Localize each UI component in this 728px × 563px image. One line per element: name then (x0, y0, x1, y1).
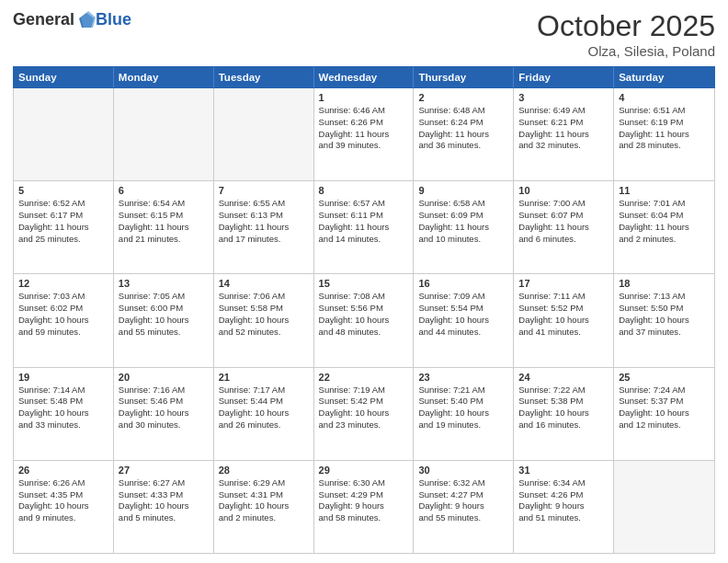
day-number: 8 (319, 185, 409, 196)
calendar-cell: 23Sunrise: 7:21 AMSunset: 5:40 PMDayligh… (414, 368, 514, 460)
day-number: 30 (418, 465, 508, 476)
cell-content: Sunrise: 7:00 AMSunset: 6:07 PMDaylight:… (518, 198, 609, 245)
calendar-cell: 29Sunrise: 6:30 AMSunset: 4:29 PMDayligh… (314, 461, 415, 553)
cell-content: Sunrise: 6:46 AMSunset: 6:26 PMDaylight:… (319, 105, 409, 152)
day-number: 4 (619, 92, 710, 103)
cell-content: Sunrise: 7:01 AMSunset: 6:04 PMDaylight:… (619, 198, 710, 245)
calendar-cell: 20Sunrise: 7:16 AMSunset: 5:46 PMDayligh… (114, 368, 214, 460)
cell-content: Sunrise: 6:48 AMSunset: 6:24 PMDaylight:… (418, 105, 508, 152)
calendar-cell (114, 88, 214, 180)
calendar-cell: 6Sunrise: 6:54 AMSunset: 6:15 PMDaylight… (114, 181, 214, 273)
day-number: 16 (418, 278, 508, 289)
day-number: 11 (619, 185, 710, 196)
day-number: 23 (418, 372, 508, 383)
calendar-cell: 11Sunrise: 7:01 AMSunset: 6:04 PMDayligh… (614, 181, 714, 273)
calendar-row-2: 12Sunrise: 7:03 AMSunset: 6:02 PMDayligh… (14, 274, 714, 367)
cell-content: Sunrise: 7:17 AMSunset: 5:44 PMDaylight:… (219, 385, 309, 431)
logo: General Blue (13, 9, 131, 29)
calendar-cell: 18Sunrise: 7:13 AMSunset: 5:50 PMDayligh… (614, 274, 714, 366)
calendar-cell (614, 461, 714, 553)
cell-content: Sunrise: 7:21 AMSunset: 5:40 PMDaylight:… (418, 385, 508, 431)
calendar-cell: 13Sunrise: 7:05 AMSunset: 6:00 PMDayligh… (114, 274, 214, 366)
svg-marker-1 (81, 11, 96, 28)
cell-content: Sunrise: 6:30 AMSunset: 4:29 PMDaylight:… (319, 477, 409, 524)
logo-general-text: General (13, 10, 74, 29)
calendar-cell (214, 88, 314, 180)
calendar-cell: 7Sunrise: 6:55 AMSunset: 6:13 PMDaylight… (214, 181, 314, 273)
calendar-cell: 1Sunrise: 6:46 AMSunset: 6:26 PMDaylight… (314, 88, 415, 180)
calendar-body: 1Sunrise: 6:46 AMSunset: 6:26 PMDaylight… (13, 88, 715, 554)
day-number: 13 (119, 278, 209, 289)
day-number: 17 (518, 278, 609, 289)
header-day-saturday: Saturday (614, 67, 714, 87)
cell-content: Sunrise: 6:52 AMSunset: 6:17 PMDaylight:… (18, 198, 108, 245)
calendar-cell: 22Sunrise: 7:19 AMSunset: 5:42 PMDayligh… (314, 368, 415, 460)
header: General Blue October 2025 Olza, Silesia,… (13, 9, 715, 59)
day-number: 3 (518, 92, 609, 103)
calendar-cell: 2Sunrise: 6:48 AMSunset: 6:24 PMDaylight… (414, 88, 514, 180)
month-title: October 2025 (537, 9, 715, 43)
calendar-cell: 25Sunrise: 7:24 AMSunset: 5:37 PMDayligh… (614, 368, 714, 460)
calendar-cell: 15Sunrise: 7:08 AMSunset: 5:56 PMDayligh… (314, 274, 415, 366)
calendar-cell: 24Sunrise: 7:22 AMSunset: 5:38 PMDayligh… (514, 368, 614, 460)
location: Olza, Silesia, Poland (537, 43, 715, 59)
logo-icon (75, 9, 96, 29)
header-day-wednesday: Wednesday (314, 67, 415, 87)
cell-content: Sunrise: 6:32 AMSunset: 4:27 PMDaylight:… (418, 477, 508, 524)
calendar-cell: 5Sunrise: 6:52 AMSunset: 6:17 PMDaylight… (14, 181, 114, 273)
calendar-row-1: 5Sunrise: 6:52 AMSunset: 6:17 PMDaylight… (14, 181, 714, 274)
day-number: 12 (18, 278, 108, 289)
header-day-monday: Monday (114, 67, 214, 87)
header-day-tuesday: Tuesday (214, 67, 314, 87)
logo-blue-text: Blue (96, 10, 131, 29)
day-number: 31 (518, 465, 609, 476)
calendar-cell: 17Sunrise: 7:11 AMSunset: 5:52 PMDayligh… (514, 274, 614, 366)
cell-content: Sunrise: 6:58 AMSunset: 6:09 PMDaylight:… (418, 198, 508, 245)
cell-content: Sunrise: 6:29 AMSunset: 4:31 PMDaylight:… (219, 477, 309, 524)
calendar-cell: 10Sunrise: 7:00 AMSunset: 6:07 PMDayligh… (514, 181, 614, 273)
calendar-row-0: 1Sunrise: 6:46 AMSunset: 6:26 PMDaylight… (14, 88, 714, 181)
day-number: 10 (518, 185, 609, 196)
cell-content: Sunrise: 6:54 AMSunset: 6:15 PMDaylight:… (119, 198, 209, 245)
day-number: 7 (219, 185, 309, 196)
calendar-cell: 19Sunrise: 7:14 AMSunset: 5:48 PMDayligh… (14, 368, 114, 460)
calendar-cell: 8Sunrise: 6:57 AMSunset: 6:11 PMDaylight… (314, 181, 415, 273)
title-block: October 2025 Olza, Silesia, Poland (537, 9, 715, 59)
calendar-cell: 3Sunrise: 6:49 AMSunset: 6:21 PMDaylight… (514, 88, 614, 180)
day-number: 21 (219, 372, 309, 383)
day-number: 18 (619, 278, 710, 289)
cell-content: Sunrise: 7:14 AMSunset: 5:48 PMDaylight:… (18, 385, 108, 431)
cell-content: Sunrise: 7:08 AMSunset: 5:56 PMDaylight:… (319, 291, 409, 338)
calendar-cell: 31Sunrise: 6:34 AMSunset: 4:26 PMDayligh… (514, 461, 614, 553)
cell-content: Sunrise: 7:16 AMSunset: 5:46 PMDaylight:… (119, 385, 209, 431)
calendar-row-4: 26Sunrise: 6:26 AMSunset: 4:35 PMDayligh… (14, 461, 714, 553)
day-number: 19 (18, 372, 108, 383)
cell-content: Sunrise: 7:09 AMSunset: 5:54 PMDaylight:… (418, 291, 508, 338)
header-day-sunday: Sunday (14, 67, 114, 87)
day-number: 5 (18, 185, 108, 196)
cell-content: Sunrise: 6:34 AMSunset: 4:26 PMDaylight:… (518, 477, 609, 524)
calendar-cell: 21Sunrise: 7:17 AMSunset: 5:44 PMDayligh… (214, 368, 314, 460)
cell-content: Sunrise: 7:19 AMSunset: 5:42 PMDaylight:… (319, 385, 409, 431)
cell-content: Sunrise: 7:22 AMSunset: 5:38 PMDaylight:… (518, 385, 609, 431)
day-number: 22 (319, 372, 409, 383)
calendar-cell: 12Sunrise: 7:03 AMSunset: 6:02 PMDayligh… (14, 274, 114, 366)
day-number: 28 (219, 465, 309, 476)
day-number: 29 (319, 465, 409, 476)
cell-content: Sunrise: 7:11 AMSunset: 5:52 PMDaylight:… (518, 291, 609, 338)
day-number: 6 (119, 185, 209, 196)
cell-content: Sunrise: 6:27 AMSunset: 4:33 PMDaylight:… (119, 477, 209, 524)
calendar-header: SundayMondayTuesdayWednesdayThursdayFrid… (13, 66, 715, 88)
calendar-cell: 28Sunrise: 6:29 AMSunset: 4:31 PMDayligh… (214, 461, 314, 553)
calendar-cell (14, 88, 114, 180)
day-number: 24 (518, 372, 609, 383)
cell-content: Sunrise: 7:13 AMSunset: 5:50 PMDaylight:… (619, 291, 710, 338)
day-number: 1 (319, 92, 409, 103)
calendar-cell: 14Sunrise: 7:06 AMSunset: 5:58 PMDayligh… (214, 274, 314, 366)
cell-content: Sunrise: 6:49 AMSunset: 6:21 PMDaylight:… (518, 105, 609, 152)
calendar-cell: 27Sunrise: 6:27 AMSunset: 4:33 PMDayligh… (114, 461, 214, 553)
cell-content: Sunrise: 6:26 AMSunset: 4:35 PMDaylight:… (18, 477, 108, 524)
day-number: 9 (418, 185, 508, 196)
header-day-friday: Friday (514, 67, 614, 87)
day-number: 15 (319, 278, 409, 289)
